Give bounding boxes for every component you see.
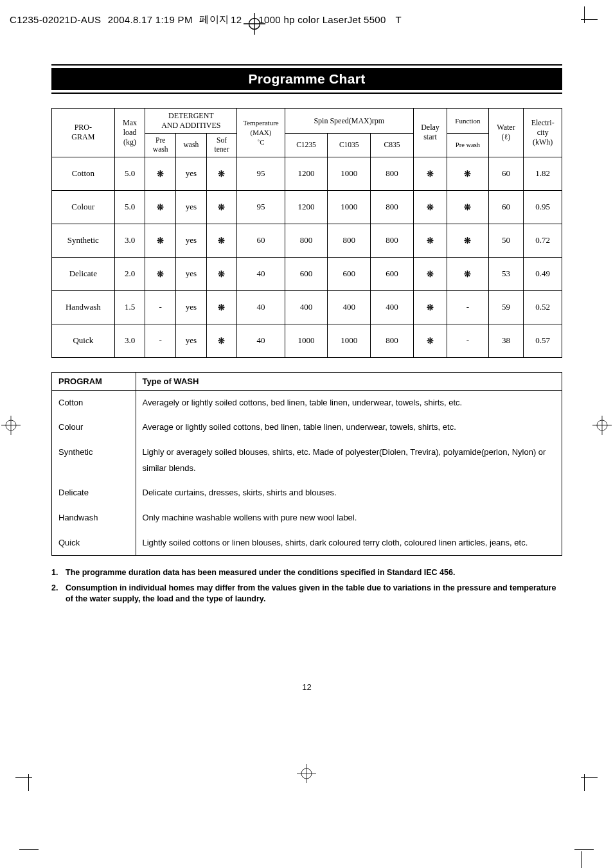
cell-electricity: 0.57: [524, 324, 562, 357]
print-page-prefix: 페이지: [199, 13, 229, 26]
wash-program-cell: Synthetic: [52, 440, 136, 481]
cell-maxload: 5.0: [114, 157, 145, 190]
header-wash: wash: [176, 134, 207, 157]
wash-program-cell: Handwash: [52, 506, 136, 531]
note-text: The programme duration data has been mea…: [66, 567, 455, 579]
cell-water: 59: [488, 290, 524, 324]
cell-prewash: ❊: [145, 157, 176, 190]
cell-function: ❊: [447, 224, 488, 257]
header-function-group: Function: [447, 109, 488, 134]
cell-spin-c1235: 400: [285, 290, 328, 324]
cell-maxload: 2.0: [114, 257, 145, 290]
cell-prewash: -: [145, 290, 176, 324]
cell-delay: ❊: [413, 190, 447, 224]
print-page-num: 12: [231, 14, 242, 25]
table-row: HandwashOnly machine washable wollens wi…: [52, 506, 562, 531]
print-datetime: 2004.8.17 1:19 PM: [108, 14, 193, 25]
cell-wash: yes: [176, 324, 207, 357]
cell-softener: ❊: [206, 257, 237, 290]
header-delay: Delay start: [413, 109, 447, 157]
cell-wash: yes: [176, 257, 207, 290]
cell-delay: ❊: [413, 157, 447, 190]
cell-function: ❊: [447, 257, 488, 290]
cell-water: 38: [488, 324, 524, 357]
crop-tick-icon: [574, 849, 594, 850]
cell-program: Handwash: [52, 290, 115, 324]
note-item: 2. Consumption in individual homes may d…: [51, 583, 562, 605]
wash-type-table: PROGRAM Type of WASH CottonAveragely or …: [51, 372, 562, 556]
page-content: Programme Chart PRO- GRAM Max load (kg) …: [51, 64, 562, 692]
wash-desc-cell: Averagely or lightly soiled cottons, bed…: [136, 390, 562, 415]
crop-mark-icon: [572, 6, 598, 32]
cell-spin-c1235: 800: [285, 224, 328, 257]
cell-delay: ❊: [413, 324, 447, 357]
title-rule-bottom: [51, 93, 562, 94]
header-water: Water (ℓ): [488, 109, 524, 157]
cell-maxload: 3.0: [114, 324, 145, 357]
crop-tick-icon: [581, 851, 582, 868]
wash-desc-cell: Average or lightly soiled cottons, bed l…: [136, 415, 562, 440]
wash-desc-cell: Lightly soiled cottons or linen blouses,…: [136, 531, 562, 556]
cell-temp: 95: [237, 157, 285, 190]
table-row: Cotton5.0❊yes❊9512001000800❊❊601.82: [52, 157, 562, 190]
cell-delay: ❊: [413, 224, 447, 257]
cell-water: 60: [488, 190, 524, 224]
cell-temp: 40: [237, 324, 285, 357]
note-number: 1.: [51, 567, 66, 579]
cell-delay: ❊: [413, 257, 447, 290]
table-row: Quick3.0-yes❊4010001000800❊-380.57: [52, 324, 562, 357]
cell-wash: yes: [176, 157, 207, 190]
cell-prewash: ❊: [145, 224, 176, 257]
header-function-prewash: Pre wash: [447, 134, 488, 157]
cell-spin-c835: 400: [371, 290, 414, 324]
cell-temp: 60: [237, 224, 285, 257]
cell-function: -: [447, 324, 488, 357]
wash-desc-cell: Lighly or averagely soiled blouses, shir…: [136, 440, 562, 481]
cell-softener: ❊: [206, 290, 237, 324]
cell-spin-c1235: 1000: [285, 324, 328, 357]
table-row: Delicate2.0❊yes❊40600600600❊❊530.49: [52, 257, 562, 290]
cell-water: 50: [488, 224, 524, 257]
wash-header-type: Type of WASH: [136, 373, 562, 391]
cell-maxload: 1.5: [114, 290, 145, 324]
cell-softener: ❊: [206, 157, 237, 190]
table-row: CottonAveragely or lightly soiled cotton…: [52, 390, 562, 415]
cell-spin-c1035: 1000: [328, 324, 371, 357]
cell-wash: yes: [176, 290, 207, 324]
header-spin-c1035: C1035: [328, 134, 371, 157]
table-row: Colour5.0❊yes❊9512001000800❊❊600.95: [52, 190, 562, 224]
header-spin-group: Spin Speed(MAX)rpm: [285, 109, 413, 134]
cell-function: ❊: [447, 157, 488, 190]
cell-spin-c835: 800: [371, 190, 414, 224]
cell-spin-c1035: 600: [328, 257, 371, 290]
header-maxload: Max load (kg): [114, 109, 145, 157]
cell-wash: yes: [176, 190, 207, 224]
wash-program-cell: Quick: [52, 531, 136, 556]
cell-spin-c1035: 1000: [328, 190, 371, 224]
cell-spin-c835: 600: [371, 257, 414, 290]
header-softener: Sof tener: [206, 134, 237, 157]
cell-program: Delicate: [52, 257, 115, 290]
cell-water: 53: [488, 257, 524, 290]
title-rule-top: [51, 64, 562, 66]
cell-spin-c1035: 400: [328, 290, 371, 324]
cell-function: -: [447, 290, 488, 324]
cell-program: Synthetic: [52, 224, 115, 257]
cell-electricity: 0.49: [524, 257, 562, 290]
header-temperature: Temperature (MAX) ˚C: [237, 109, 285, 157]
page-title: Programme Chart: [51, 68, 562, 90]
cell-spin-c1035: 1000: [328, 157, 371, 190]
cell-wash: yes: [176, 224, 207, 257]
cell-spin-c835: 800: [371, 224, 414, 257]
crop-mark-icon: [15, 765, 41, 791]
programme-table: PRO- GRAM Max load (kg) DETERGENT AND AD…: [51, 108, 562, 358]
wash-program-cell: Cotton: [52, 390, 136, 415]
cell-softener: ❊: [206, 324, 237, 357]
cell-softener: ❊: [206, 190, 237, 224]
print-printer: 1000 hp color LaserJet 5500: [258, 14, 386, 25]
header-detergent-group: DETERGENT AND ADDITIVES: [145, 109, 237, 134]
print-job-header: C1235-02021D-AUS 2004.8.17 1:19 PM 페이지 1…: [10, 13, 402, 26]
cell-electricity: 0.72: [524, 224, 562, 257]
cell-electricity: 0.52: [524, 290, 562, 324]
header-program: PRO- GRAM: [52, 109, 115, 157]
